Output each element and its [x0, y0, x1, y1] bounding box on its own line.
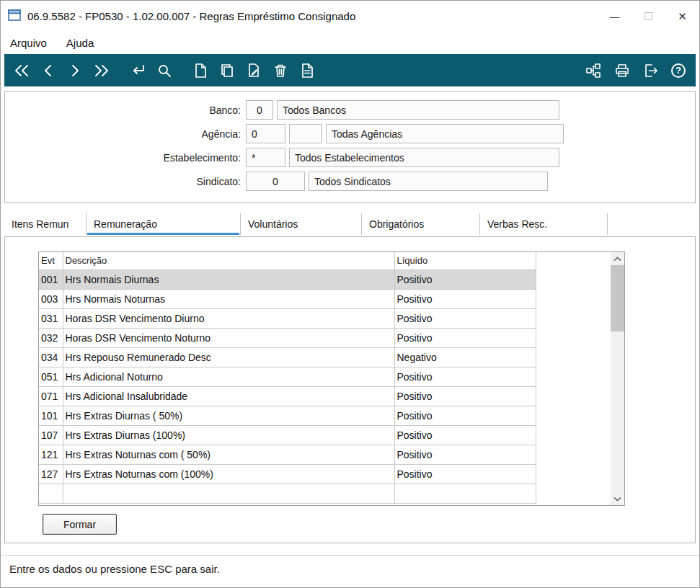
scrollbar-track[interactable] [611, 265, 624, 492]
table-row[interactable] [39, 484, 536, 503]
confirm-enter-icon[interactable] [129, 62, 146, 79]
next-record-icon[interactable] [66, 62, 84, 79]
new-record-icon[interactable] [192, 62, 209, 79]
delete-record-icon[interactable] [272, 62, 289, 79]
banco-description[interactable]: Todos Bancos [277, 100, 559, 120]
table-row[interactable]: 121Hrs Extras Noturnas com ( 50%)Positiv… [39, 445, 536, 464]
table-cell: 034 [39, 347, 63, 367]
table-cell: 001 [39, 270, 63, 289]
maximize-button[interactable] [632, 1, 665, 32]
table-row[interactable]: 031Horas DSR Vencimento DiurnoPositivo [39, 308, 536, 328]
table-row[interactable]: 107Hrs Extras Diurnas (100%)Positivo [39, 425, 536, 445]
table-cell: 127 [39, 464, 63, 484]
last-record-icon[interactable] [93, 62, 110, 79]
close-button[interactable]: ✕ [665, 1, 699, 32]
scrollbar-thumb[interactable] [611, 265, 624, 331]
table-cell: Negativo [394, 347, 536, 367]
document-icon[interactable] [298, 62, 316, 79]
menu-ajuda[interactable]: Ajuda [66, 37, 94, 49]
table-cell [39, 484, 63, 503]
help-icon[interactable]: ? [671, 63, 686, 78]
tab-label: Itens Remun [12, 218, 68, 230]
first-record-icon[interactable] [13, 62, 30, 79]
table-cell: Positivo [394, 270, 536, 289]
table-row[interactable]: 001Hrs Normais DiurnasPositivo [39, 270, 536, 289]
tab-content-panel: Evt Descrição Líquido 001Hrs Normais Diu… [4, 236, 696, 543]
table-row[interactable]: 032Horas DSR Vencimento NoturnoPositivo [39, 328, 536, 347]
table-cell: Hrs Normais Noturnas [63, 289, 394, 308]
sindicato-description[interactable]: Todos Sindicatos [309, 172, 548, 191]
estabelecimento-description[interactable]: Todos Estabelecimentos [289, 148, 559, 167]
table-cell: 003 [39, 289, 63, 308]
table-row[interactable]: 051Hrs Adicional NoturnoPositivo [39, 367, 536, 386]
app-icon [8, 9, 21, 24]
table-cell: 032 [39, 328, 63, 347]
exit-icon[interactable] [642, 62, 660, 79]
table-cell: 101 [39, 406, 63, 425]
agencia-label: Agência: [5, 128, 246, 140]
sindicato-input[interactable]: 0 [246, 172, 305, 191]
table-cell: Positivo [394, 289, 536, 308]
print-icon[interactable] [613, 62, 631, 79]
table-cell: Positivo [394, 367, 536, 386]
header-descricao: Descrição [63, 252, 394, 270]
tab-label: Remuneração [94, 218, 157, 230]
agencia-digit-input[interactable] [289, 124, 322, 143]
title-bar: 06.9.5582 - FP0530 - 1.02.00.007 - Regra… [1, 1, 699, 32]
records-grid: Evt Descrição Líquido 001Hrs Normais Diu… [38, 251, 625, 506]
field-row-sindicato: Sindicato: 0 Todos Sindicatos [5, 172, 695, 191]
agencia-description[interactable]: Todas Agências [326, 124, 564, 143]
tab-label: Obrigatórios [369, 218, 424, 230]
table-row[interactable]: 127Hrs Extras Noturnas com (100%)Positiv… [39, 464, 536, 484]
sindicato-label: Sindicato: [5, 176, 246, 187]
estabelecimento-input[interactable]: * [246, 148, 285, 167]
nav-group [13, 62, 110, 79]
table-cell: 071 [39, 386, 63, 406]
prev-record-icon[interactable] [40, 62, 57, 79]
table-cell: 051 [39, 367, 63, 386]
table-row[interactable]: 003Hrs Normais NoturnasPositivo [39, 289, 536, 308]
header-evt: Evt [39, 252, 63, 270]
tab-voluntarios[interactable]: Voluntários [241, 213, 362, 235]
table-cell: Hrs Extras Noturnas com ( 50%) [63, 445, 394, 464]
tab-verbas-resc[interactable]: Verbas Resc. [480, 213, 608, 235]
table-cell: Hrs Normais Diurnas [63, 270, 394, 289]
table-cell: Positivo [394, 406, 536, 425]
table-cell: Positivo [394, 445, 536, 464]
tab-label: Voluntários [248, 218, 298, 230]
copy-record-icon[interactable] [218, 62, 236, 79]
toolbar: ? [4, 54, 696, 86]
table-cell: 121 [39, 445, 63, 464]
menu-arquivo[interactable]: Arquivo [10, 37, 47, 49]
vertical-scrollbar[interactable] [611, 252, 624, 505]
table-cell: Horas DSR Vencimento Noturno [63, 328, 394, 347]
table-cell: 107 [39, 425, 63, 445]
window-title: 06.9.5582 - FP0530 - 1.02.00.007 - Regra… [27, 10, 355, 22]
table-cell: Hrs Extras Noturnas com (100%) [63, 464, 394, 484]
status-text: Entre os dados ou pressione ESC para sai… [9, 563, 220, 575]
action-group [129, 62, 173, 79]
minimize-button[interactable]: — [598, 1, 632, 32]
tab-remuneracao[interactable]: Remuneração [87, 213, 241, 235]
banco-input[interactable]: 0 [246, 100, 273, 120]
app-window: 06.9.5582 - FP0530 - 1.02.00.007 - Regra… [0, 0, 700, 588]
table-row[interactable]: 034Hrs Repouso Remunerado DescNegativo [39, 347, 536, 367]
table-header-row: Evt Descrição Líquido [39, 252, 536, 270]
related-programs-icon[interactable] [585, 62, 602, 79]
table-cell: Hrs Extras Diurnas ( 50%) [63, 406, 394, 425]
tab-bar: Itens Remun Remuneração Voluntários Obri… [4, 213, 696, 235]
formar-button[interactable]: Formar [43, 514, 117, 535]
scroll-up-button[interactable] [611, 252, 624, 265]
grid-body: 001Hrs Normais DiurnasPositivo003Hrs Nor… [39, 270, 536, 503]
tab-obrigatorios[interactable]: Obrigatórios [362, 213, 480, 235]
table-cell: Positivo [394, 425, 536, 445]
table-row[interactable]: 071Hrs Adicional InsalubridadePositivo [39, 386, 536, 406]
tab-label: Verbas Resc. [487, 218, 547, 230]
edit-record-icon[interactable] [245, 62, 262, 79]
agencia-input[interactable]: 0 [246, 124, 285, 143]
estabelecimento-label: Estabelecimento: [5, 152, 246, 164]
scroll-down-button[interactable] [611, 492, 624, 505]
search-icon[interactable] [156, 62, 173, 79]
tab-itens-remun[interactable]: Itens Remun [4, 213, 87, 235]
table-row[interactable]: 101Hrs Extras Diurnas ( 50%)Positivo [39, 406, 536, 425]
